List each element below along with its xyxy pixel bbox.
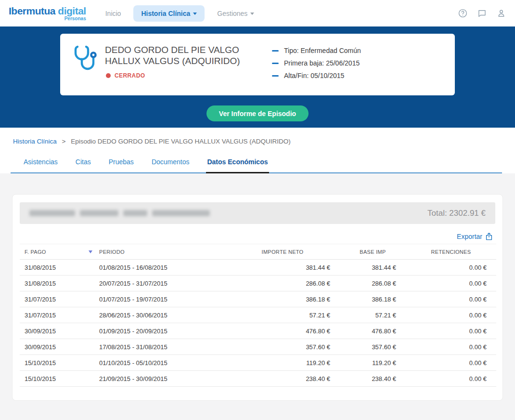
- cell-periodo: 17/08/2015 - 31/08/2015: [94, 339, 224, 355]
- ibermutua-logo[interactable]: Ibermutua digital Personas: [9, 6, 86, 21]
- column-label: F. PAGO: [25, 249, 46, 255]
- table-row[interactable]: 31/07/2015 28/06/2015 - 30/06/2015 57.21…: [20, 307, 496, 323]
- episode-tabs: Asistencias Citas Pruebas Documentos Dat…: [0, 158, 515, 173]
- cell-base-imp: 381.44 €: [340, 260, 405, 276]
- cell-retenciones: 0.00 €: [405, 371, 496, 387]
- cell-importe-neto: 119.20 €: [224, 355, 340, 371]
- cell-f-pago: 31/08/2015: [20, 276, 94, 291]
- table-row[interactable]: 15/10/2015 21/09/2015 - 30/09/2015 238.4…: [20, 371, 496, 387]
- table-row[interactable]: 31/07/2015 01/07/2015 - 19/07/2015 386.1…: [20, 291, 496, 307]
- table-row[interactable]: 31/08/2015 20/07/2015 - 31/07/2015 286.0…: [20, 276, 496, 291]
- total-summary-bar: Total: 2302.91 €: [20, 202, 495, 224]
- cell-importe-neto: 286.08 €: [224, 276, 340, 291]
- chat-icon[interactable]: [477, 8, 487, 18]
- cell-retenciones: 0.00 €: [405, 276, 496, 291]
- cell-base-imp: 57.21 €: [340, 307, 405, 323]
- status-dot-icon: [106, 73, 111, 78]
- tab-citas[interactable]: Citas: [75, 158, 92, 173]
- dash-bullet-icon: [272, 50, 279, 52]
- column-header-importe-neto[interactable]: IMPORTE NETO: [224, 244, 340, 260]
- cell-importe-neto: 476.80 €: [224, 323, 340, 339]
- column-header-retenciones[interactable]: RETENCIONES: [405, 244, 496, 260]
- cell-base-imp: 286.08 €: [340, 276, 405, 291]
- status-label: CERRADO: [115, 72, 145, 79]
- episode-title: DEDO GORDO DEL PIE VALGO HALLUX VALGUS (…: [105, 44, 257, 66]
- cell-importe-neto: 386.18 €: [224, 291, 340, 307]
- nav-item-gestiones[interactable]: Gestiones: [210, 6, 261, 21]
- breadcrumb: Historia Clínica > Episodio DEDO GORDO D…: [0, 128, 515, 145]
- episode-detail-list: Tipo: Enfermedad Común Primera baja: 25/…: [272, 44, 440, 87]
- cell-retenciones: 0.00 €: [405, 260, 496, 276]
- chevron-down-icon: [250, 13, 254, 15]
- redacted-text: [29, 210, 210, 216]
- breadcrumb-tabs-section: Historia Clínica > Episodio DEDO GORDO D…: [0, 128, 515, 173]
- episode-status-badge: CERRADO: [106, 72, 257, 79]
- nav-item-label: Inicio: [105, 10, 121, 17]
- stethoscope-icon: [73, 44, 98, 71]
- cell-importe-neto: 357.60 €: [224, 339, 340, 355]
- cell-base-imp: 357.60 €: [340, 339, 405, 355]
- column-header-periodo[interactable]: PERIODO: [94, 244, 224, 260]
- cell-f-pago: 30/09/2015: [20, 323, 94, 339]
- chevron-down-icon: [193, 13, 197, 15]
- tab-pruebas[interactable]: Pruebas: [108, 158, 135, 173]
- breadcrumb-separator: >: [62, 138, 66, 145]
- breadcrumb-current: Episodio DEDO GORDO DEL PIE VALGO HALLUX…: [71, 138, 291, 145]
- column-header-base-imp[interactable]: BASE IMP: [340, 244, 405, 260]
- nav-item-inicio[interactable]: Inicio: [99, 6, 128, 21]
- tab-datos-economicos[interactable]: Datos Económicos: [206, 158, 269, 173]
- export-link[interactable]: Exportar: [457, 233, 492, 240]
- payments-table: F. PAGO PERIODO IMPORTE NETO BASE IMP RE…: [20, 244, 496, 387]
- cell-base-imp: 386.18 €: [340, 291, 405, 307]
- main-menu: Inicio Historia Clínica Gestiones: [99, 5, 261, 22]
- detail-text: Tipo: Enfermedad Común: [284, 47, 361, 54]
- logo-product-text: digital: [58, 5, 86, 16]
- table-header-row: F. PAGO PERIODO IMPORTE NETO BASE IMP RE…: [20, 244, 496, 260]
- cell-importe-neto: 238.40 €: [224, 371, 340, 387]
- top-navigation-bar: Ibermutua digital Personas Inicio Histor…: [0, 0, 515, 26]
- episode-summary-card: DEDO GORDO DEL PIE VALGO HALLUX VALGUS (…: [60, 34, 455, 95]
- cell-f-pago: 15/10/2015: [20, 355, 94, 371]
- cell-base-imp: 238.40 €: [340, 371, 405, 387]
- logo-brand-text: Ibermutua: [9, 5, 55, 16]
- detail-primera-baja: Primera baja: 25/06/2015: [272, 59, 440, 67]
- cell-retenciones: 0.00 €: [405, 355, 496, 371]
- detail-text: Primera baja: 25/06/2015: [284, 59, 360, 67]
- detail-alta-fin: Alta/Fin: 05/10/2015: [272, 72, 440, 79]
- total-amount: Total: 2302.91 €: [427, 209, 486, 218]
- economic-data-panel: Total: 2302.91 € Exportar F. PAGO PERIO: [12, 194, 503, 401]
- cell-importe-neto: 381.44 €: [224, 260, 340, 276]
- user-icon[interactable]: [496, 8, 506, 18]
- help-icon[interactable]: [458, 8, 468, 18]
- cell-retenciones: 0.00 €: [405, 339, 496, 355]
- episode-hero-banner: DEDO GORDO DEL PIE VALGO HALLUX VALGUS (…: [0, 26, 515, 128]
- dash-bullet-icon: [272, 63, 279, 64]
- breadcrumb-link-historia-clinica[interactable]: Historia Clínica: [13, 138, 57, 145]
- table-row[interactable]: 30/09/2015 17/08/2015 - 31/08/2015 357.6…: [20, 339, 496, 355]
- cell-retenciones: 0.00 €: [405, 291, 496, 307]
- cell-periodo: 01/07/2015 - 19/07/2015: [94, 291, 224, 307]
- cell-base-imp: 119.20 €: [340, 355, 405, 371]
- column-header-f-pago[interactable]: F. PAGO: [20, 244, 94, 260]
- cell-periodo: 20/07/2015 - 31/07/2015: [94, 276, 224, 291]
- cell-f-pago: 31/07/2015: [20, 291, 94, 307]
- cell-periodo: 21/09/2015 - 30/09/2015: [94, 371, 224, 387]
- cell-periodo: 28/06/2015 - 30/06/2015: [94, 307, 224, 323]
- cell-importe-neto: 57.21 €: [224, 307, 340, 323]
- table-row[interactable]: 31/08/2015 01/08/2015 - 16/08/2015 381.4…: [20, 260, 496, 276]
- table-row[interactable]: 15/10/2015 01/10/2015 - 05/10/2015 119.2…: [20, 355, 496, 371]
- export-row: Exportar: [20, 232, 492, 241]
- logo-tagline: Personas: [9, 16, 86, 21]
- detail-text: Alta/Fin: 05/10/2015: [284, 72, 344, 79]
- sort-desc-icon[interactable]: [89, 250, 92, 253]
- tab-asistencias[interactable]: Asistencias: [23, 158, 59, 173]
- nav-item-historia-clinica[interactable]: Historia Clínica: [133, 5, 205, 22]
- topbar-icon-group: [458, 8, 506, 18]
- ver-informe-episodio-button[interactable]: Ver Informe de Episodio: [206, 105, 309, 121]
- nav-item-label: Historia Clínica: [141, 10, 190, 17]
- cell-f-pago: 15/10/2015: [20, 371, 94, 387]
- tab-documentos[interactable]: Documentos: [151, 158, 191, 173]
- cell-f-pago: 31/07/2015: [20, 307, 94, 323]
- cell-periodo: 01/09/2015 - 20/09/2015: [94, 323, 224, 339]
- table-row[interactable]: 30/09/2015 01/09/2015 - 20/09/2015 476.8…: [20, 323, 496, 339]
